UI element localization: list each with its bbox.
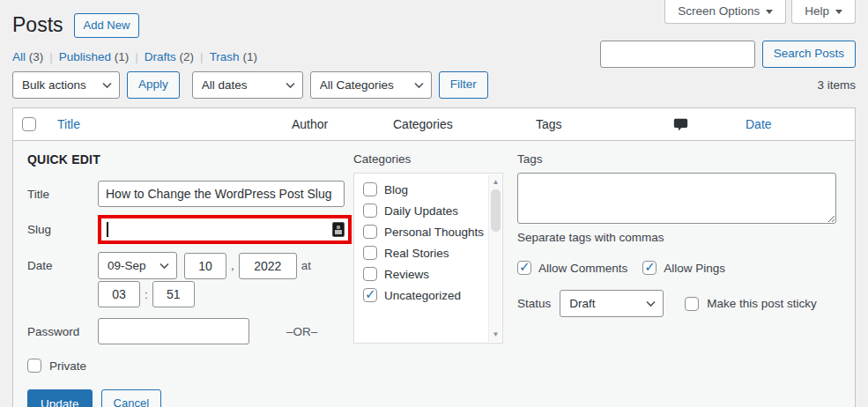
time-colon: : bbox=[145, 288, 148, 301]
slug-input[interactable] bbox=[108, 218, 333, 240]
quick-edit-tags-column: Tags Separate tags with commas Allow Com… bbox=[517, 152, 841, 407]
category-checkbox[interactable] bbox=[363, 267, 377, 281]
category-name: Real Stories bbox=[384, 247, 449, 260]
chevron-down-icon bbox=[766, 10, 773, 14]
sticky-option: Make this post sticky bbox=[685, 297, 817, 311]
slug-label: Slug bbox=[27, 223, 98, 236]
private-label[interactable]: Private bbox=[49, 359, 86, 373]
time-field-row: : bbox=[98, 281, 353, 307]
scrollbar-thumb[interactable] bbox=[491, 189, 501, 232]
minute-input[interactable] bbox=[152, 281, 195, 307]
month-select-wrap: 09-Sep bbox=[98, 252, 177, 279]
quick-edit-categories-column: Categories BlogDaily UpdatesPersonal Tho… bbox=[353, 152, 517, 407]
screen-options-button[interactable]: Screen Options bbox=[664, 0, 786, 24]
allow-pings-checkbox[interactable] bbox=[642, 261, 657, 275]
allow-comments-label[interactable]: Allow Comments bbox=[538, 262, 627, 275]
item-count: 3 items bbox=[817, 78, 856, 92]
view-link-trash[interactable]: Trash (1) bbox=[210, 50, 257, 63]
bulk-actions-select-wrap: Bulk actions bbox=[12, 71, 120, 99]
comment-bubble-icon bbox=[673, 117, 688, 132]
categories-checklist: BlogDaily UpdatesPersonal ThoughtsReal S… bbox=[353, 173, 503, 344]
categories-select-wrap: All Categories bbox=[310, 71, 432, 99]
allow-pings-label[interactable]: Allow Pings bbox=[664, 262, 725, 275]
cancel-button[interactable]: Cancel bbox=[101, 389, 161, 407]
search-input[interactable] bbox=[600, 41, 755, 68]
view-separator: | bbox=[135, 50, 138, 63]
categories-list: BlogDaily UpdatesPersonal ThoughtsReal S… bbox=[363, 182, 483, 302]
month-select[interactable]: 09-Sep bbox=[98, 252, 177, 279]
category-checkbox-item[interactable]: Real Stories bbox=[363, 246, 483, 260]
password-input[interactable] bbox=[98, 318, 249, 344]
category-checkbox-item[interactable]: Blog bbox=[363, 182, 483, 196]
categories-label: Categories bbox=[353, 152, 517, 166]
add-new-button[interactable]: Add New bbox=[74, 13, 140, 38]
hour-input[interactable] bbox=[98, 281, 140, 307]
quick-edit-buttons: Update Cancel bbox=[27, 389, 353, 407]
view-count: (1) bbox=[115, 50, 130, 63]
filter-button[interactable]: Filter bbox=[439, 71, 488, 99]
tags-textarea[interactable] bbox=[517, 173, 836, 224]
view-count: (2) bbox=[180, 50, 195, 63]
category-checkbox[interactable] bbox=[363, 246, 377, 260]
all-dates-select[interactable]: All dates bbox=[192, 71, 303, 99]
status-row: Status Draft Make this post sticky bbox=[517, 290, 837, 317]
scroll-up-icon[interactable]: ▲ bbox=[489, 175, 502, 189]
title-input[interactable] bbox=[98, 181, 345, 207]
status-select-wrap: Draft bbox=[560, 290, 664, 317]
allow-comments-checkbox[interactable] bbox=[517, 261, 531, 275]
column-comments bbox=[673, 117, 746, 132]
category-checkbox-item[interactable]: Uncategorized bbox=[363, 288, 483, 302]
tags-label: Tags bbox=[517, 152, 837, 166]
quick-edit-left-column: QUICK EDIT Title Slug Date bbox=[27, 152, 353, 407]
help-button[interactable]: Help bbox=[791, 0, 856, 24]
quick-edit-panel: QUICK EDIT Title Slug Date bbox=[13, 141, 855, 407]
dates-select-wrap: All dates bbox=[192, 71, 303, 99]
view-link-all[interactable]: All (3) bbox=[12, 50, 43, 63]
all-categories-select[interactable]: All Categories bbox=[310, 71, 432, 99]
status-select[interactable]: Draft bbox=[560, 290, 664, 317]
table-header-row: Title Author Categories Tags Date bbox=[13, 108, 855, 141]
category-checkbox[interactable] bbox=[363, 182, 377, 196]
category-checkbox[interactable] bbox=[363, 225, 377, 239]
slug-field-row: Slug bbox=[27, 215, 353, 244]
quick-edit-legend: QUICK EDIT bbox=[27, 152, 353, 166]
screen-options-label: Screen Options bbox=[678, 4, 760, 18]
category-checkbox-item[interactable]: Personal Thoughts bbox=[363, 225, 483, 239]
category-checkbox-item[interactable]: Reviews bbox=[363, 267, 483, 281]
category-name: Blog bbox=[384, 183, 408, 196]
date-field-row: Date 09-Sep , at bbox=[27, 252, 353, 279]
search-group: Search Posts bbox=[600, 41, 856, 68]
date-label: Date bbox=[27, 259, 98, 272]
autofill-icon[interactable] bbox=[332, 222, 345, 237]
help-label: Help bbox=[805, 4, 829, 18]
apply-button[interactable]: Apply bbox=[127, 71, 180, 99]
column-title[interactable]: Title bbox=[57, 117, 292, 131]
update-button[interactable]: Update bbox=[27, 389, 93, 407]
private-checkbox[interactable] bbox=[27, 359, 41, 373]
bulk-actions-select[interactable]: Bulk actions bbox=[12, 71, 120, 99]
allow-options-row: Allow Comments Allow Pings bbox=[517, 261, 837, 275]
sticky-checkbox[interactable] bbox=[685, 297, 699, 311]
category-checkbox[interactable] bbox=[363, 204, 377, 218]
view-link-drafts[interactable]: Drafts (2) bbox=[145, 50, 194, 63]
private-field-row: Private bbox=[27, 359, 353, 373]
slug-highlight-annotation bbox=[98, 215, 352, 244]
category-name: Uncategorized bbox=[384, 289, 461, 302]
category-checkbox[interactable] bbox=[363, 288, 377, 302]
chevron-down-icon bbox=[835, 10, 842, 14]
column-tags: Tags bbox=[536, 117, 673, 131]
select-all-checkbox[interactable] bbox=[22, 117, 36, 131]
view-link-published[interactable]: Published (1) bbox=[59, 50, 130, 63]
year-input[interactable] bbox=[239, 253, 297, 279]
column-author: Author bbox=[292, 117, 393, 131]
sticky-label[interactable]: Make this post sticky bbox=[707, 297, 817, 310]
scroll-down-icon[interactable]: ▼ bbox=[489, 328, 502, 341]
day-input[interactable] bbox=[184, 253, 226, 279]
search-posts-button[interactable]: Search Posts bbox=[762, 41, 856, 68]
tags-help-text: Separate tags with commas bbox=[517, 231, 837, 244]
view-separator: | bbox=[49, 50, 53, 63]
category-checkbox-item[interactable]: Daily Updates bbox=[363, 204, 483, 218]
category-name: Reviews bbox=[384, 268, 429, 281]
column-date[interactable]: Date bbox=[746, 117, 855, 131]
scrollbar[interactable]: ▲ ▼ bbox=[488, 174, 501, 342]
